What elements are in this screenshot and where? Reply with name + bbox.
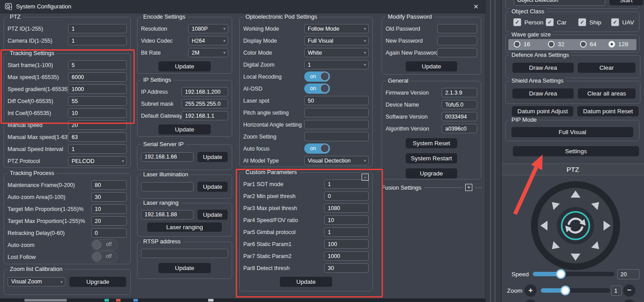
datum-point-adjust-button[interactable]: Datum point Adjust [511,106,574,117]
pitch-angle-input[interactable] [304,108,369,117]
ip-address-input[interactable]: 192.168.1.200 [181,87,228,96]
auto-zoom-toggle[interactable]: off [91,239,118,250]
color-mode-dropdown[interactable]: White▾ [304,48,369,57]
defence-draw-area-button[interactable]: Draw Area [512,62,574,73]
settings-button[interactable]: Settings [512,146,640,157]
partial-button[interactable] [524,299,537,302]
partial-button[interactable] [623,299,636,302]
target-min-proportion-input[interactable]: 10 [91,204,127,214]
ptz-id-input[interactable]: 1 [68,24,127,33]
speed-slider[interactable] [533,272,615,276]
radio-64[interactable]: 64 [580,41,596,48]
horizontal-angle-input[interactable] [304,120,369,129]
display-mode-dropdown[interactable]: Full Visual▾ [304,36,369,45]
zoom-calibration-upgrade-button[interactable]: Upgrade [69,276,127,287]
start-frame-input[interactable]: 5 [68,60,127,70]
radio-16[interactable]: 16 [514,41,530,48]
target-max-proportion-input[interactable]: 20 [91,216,127,226]
pip-full-visual-button[interactable]: Full Visual [511,127,634,138]
laser-illumination-update-button[interactable]: Update [197,181,228,192]
system-restart-button[interactable]: System Restart [405,153,458,164]
par6-static-param1-input[interactable]: 100 [324,239,369,249]
laser-illumination-input[interactable] [141,182,193,191]
par4-speed-fov-input[interactable]: 10 [324,215,369,225]
checkbox-uav[interactable]: ✓UAV [611,18,634,26]
zoom-setting-input[interactable] [304,132,369,141]
shield-draw-area-button[interactable]: Draw Area [512,88,574,99]
par7-static-param2-input[interactable]: 1000 [324,251,369,261]
chevron-down-icon: ▾ [364,158,366,163]
checkbox-ship[interactable]: ✓Ship [578,18,601,26]
local-recoding-toggle[interactable]: on [304,72,330,82]
speed-value-box[interactable]: 20 [617,269,640,279]
zoom-slider-knob[interactable] [560,286,570,295]
auto-zoom-area-input[interactable]: 30 [91,192,127,202]
manual-speed-interval-input[interactable]: 1 [68,144,127,154]
field-label: Speed gradient(1-65535) [8,86,68,92]
par8-detect-thresh-input[interactable]: 30 [324,263,369,273]
default-gateway-input[interactable]: 192.168.1.1 [181,111,228,120]
video-codec-dropdown[interactable]: H264▾ [188,36,228,45]
new-password-input[interactable] [437,36,477,45]
maintenance-frame-input[interactable]: 80 [91,180,127,190]
ip-update-button[interactable]: Update [158,124,211,135]
laser-spot-input[interactable]: 50 [304,96,369,105]
zoom-minus-button[interactable]: − [623,284,636,297]
auto-focus-toggle[interactable]: on [304,143,330,154]
ptz-center-refresh-button[interactable] [557,207,594,244]
par3-max-pixel-input[interactable]: 1080 [324,203,369,213]
visual-zoom-dropdown[interactable]: Visual Zoom▾ [8,277,65,286]
resolution-dropdown[interactable]: 1080P▾ [188,24,228,33]
defence-clear-button[interactable]: Clear [577,62,636,73]
ptz-protocol-dropdown[interactable]: PELCOD▾ [68,156,127,166]
zoom-plus-button[interactable]: + [524,284,537,297]
subnet-mask-input[interactable]: 255.255.255.0 [181,99,228,108]
expand-icon[interactable]: + [465,184,472,191]
rtsp-update-button[interactable]: Update [158,262,211,274]
par1-sot-mode-input[interactable]: 1 [324,179,369,189]
par5-gimbal-protocol-input[interactable]: 1 [324,227,369,237]
int-coef-input[interactable]: 10 [68,108,127,118]
zoom-value-box[interactable]: 1 [611,286,622,296]
password-update-button[interactable]: Update [405,61,458,72]
speed-slider-knob[interactable] [556,269,566,279]
upgrade-button[interactable]: Upgrade [405,168,458,179]
shield-clear-all-button[interactable]: Clear all areas [577,88,636,99]
speed-gradient-input[interactable]: 1000 [68,84,127,94]
ai-model-type-dropdown[interactable]: Visual Dectection▾ [304,156,369,165]
lost-follow-toggle[interactable]: off [91,251,118,262]
scrollbar[interactable] [490,0,491,302]
manual-max-speed-input[interactable]: 63 [68,132,127,142]
collapse-icon[interactable]: - [362,174,369,181]
diff-coef-input[interactable]: 55 [68,96,127,106]
laser-ranging-ip-input[interactable]: 192.168.1.88 [141,210,193,219]
camera-id-input[interactable]: 1 [68,36,127,45]
serial-server-ip-input[interactable]: 192.168.1.66 [141,152,193,162]
system-reset-button[interactable]: System Reset [405,138,458,149]
zoom-slider[interactable] [541,288,610,293]
again-new-password-input[interactable] [437,48,477,57]
ai-osd-toggle[interactable]: on [304,83,330,94]
old-password-input[interactable] [437,24,477,33]
datum-point-reset-button[interactable]: Datum point Reset [577,106,639,117]
par2-min-pixel-input[interactable]: 0 [324,191,369,201]
max-speed-input[interactable]: 6000 [68,72,127,82]
start-button[interactable]: Start [609,0,644,6]
checkbox-person[interactable]: ✓Person [513,18,543,26]
object-detection-selector[interactable]: Object Detection [514,0,605,6]
checkbox-car[interactable]: ✓Car [546,18,567,26]
close-icon[interactable]: ✕ [472,3,480,10]
radio-128-selected[interactable]: 128 [608,41,628,48]
custom-parameters-update-button[interactable]: Update [279,276,333,287]
retracking-delay-input[interactable]: 0 [91,228,127,238]
rtsp-address-input[interactable] [141,249,228,258]
encode-update-button[interactable]: Update [158,61,211,72]
manual-speed-input[interactable]: 20 [68,120,127,130]
laser-ranging-action-button[interactable]: Laser ranging [147,222,222,232]
laser-ranging-update-button[interactable]: Update [197,209,228,220]
digital-zoom-dropdown[interactable]: 1▾ [304,60,369,69]
bit-rate-dropdown[interactable]: 2M▾ [188,48,228,57]
working-mode-dropdown[interactable]: Follow Mode▾ [304,24,369,33]
radio-32[interactable]: 32 [548,41,564,48]
serial-update-button[interactable]: Update [197,151,228,163]
